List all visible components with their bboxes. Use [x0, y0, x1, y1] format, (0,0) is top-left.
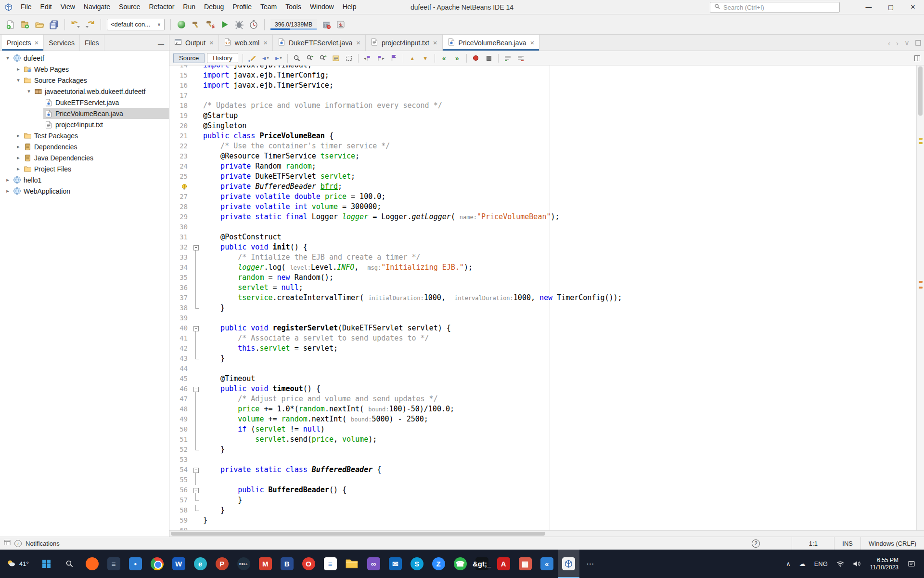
- line-number[interactable]: 39: [169, 313, 192, 323]
- panel-tab-projects[interactable]: Projects×: [2, 35, 44, 51]
- close-tab-icon[interactable]: ×: [530, 39, 534, 47]
- code-line[interactable]: 49 volume += random.nextInt( bound:5000)…: [169, 414, 916, 424]
- taskbar-app-skype[interactable]: S: [406, 550, 428, 578]
- code-line[interactable]: 45 @Timeout: [169, 374, 916, 384]
- back-button[interactable]: ◄▾: [259, 53, 271, 64]
- close-button[interactable]: ✕: [902, 0, 924, 14]
- line-number[interactable]: 36: [169, 283, 192, 293]
- line-number[interactable]: 18: [169, 101, 192, 111]
- error-stripe-mark[interactable]: [919, 281, 923, 283]
- taskbar-app-opera[interactable]: O: [298, 550, 320, 578]
- taskbar-app-file-explorer[interactable]: [341, 550, 363, 578]
- code-line[interactable]: 35 random = new Random();: [169, 273, 916, 283]
- line-number[interactable]: 43: [169, 354, 192, 364]
- code-line[interactable]: 44: [169, 364, 916, 374]
- menu-navigate[interactable]: Navigate: [79, 0, 115, 14]
- line-number[interactable]: 32: [169, 242, 192, 252]
- taskbar-app-outlook[interactable]: ✉: [385, 550, 406, 578]
- code-line[interactable]: 41 /* Associate a servlet to send update…: [169, 333, 916, 343]
- line-number[interactable]: 40: [169, 323, 192, 333]
- taskbar-app-visual-studio[interactable]: ∞: [363, 550, 385, 578]
- code-fold-start-icon[interactable]: [192, 384, 200, 394]
- tree-item-project-files[interactable]: ▸Project Files: [0, 163, 169, 174]
- debug-project-button[interactable]: [232, 18, 246, 31]
- code-line[interactable]: 58 }: [169, 505, 916, 515]
- shift-line-left-button[interactable]: «: [438, 53, 450, 64]
- line-number[interactable]: 48: [169, 404, 192, 414]
- panel-tab-services[interactable]: Services: [44, 35, 80, 51]
- taskbar-app-dell[interactable]: DELL: [233, 550, 255, 578]
- line-number[interactable]: 17: [169, 91, 192, 101]
- caret-position[interactable]: 1:1: [792, 537, 834, 550]
- line-number[interactable]: 50: [169, 424, 192, 434]
- menu-file[interactable]: File: [16, 0, 36, 14]
- line-number[interactable]: 42: [169, 343, 192, 354]
- uncomment-button[interactable]: [515, 53, 526, 64]
- weather-widget[interactable]: 41°: [0, 550, 35, 578]
- menu-window[interactable]: Window: [306, 0, 338, 14]
- vertical-scrollbar-thumb[interactable]: [918, 66, 923, 116]
- editor-tab-pricevolumebean-java[interactable]: PriceVolumeBean.java×: [443, 35, 540, 51]
- line-number[interactable]: 38: [169, 303, 192, 313]
- taskbar-app-calculator[interactable]: ≡: [320, 550, 341, 578]
- line-number[interactable]: 20: [169, 121, 192, 131]
- menu-refactor[interactable]: Refactor: [144, 0, 179, 14]
- notification-count-badge[interactable]: 2: [752, 539, 760, 548]
- line-number[interactable]: 35: [169, 273, 192, 283]
- code-editor[interactable]: 14import javax.ejb.Timeout;15import java…: [169, 66, 924, 530]
- tree-item-source-packages[interactable]: ▾Source Packages: [0, 75, 169, 86]
- close-tab-icon[interactable]: ×: [263, 39, 268, 47]
- expand-arrow-icon[interactable]: ▸: [4, 188, 12, 194]
- error-stripe-mark[interactable]: [919, 138, 923, 140]
- code-line[interactable]: 31 @PostConstruct: [169, 232, 916, 242]
- code-line[interactable]: 29 private static final Logger logger = …: [169, 212, 916, 222]
- menu-run[interactable]: Run: [179, 0, 200, 14]
- code-line[interactable]: 54 private static class BufferedBeader {: [169, 465, 916, 475]
- close-tab-icon[interactable]: ×: [356, 39, 360, 47]
- history-view-button[interactable]: History: [207, 53, 238, 63]
- line-ending-indicator[interactable]: Windows (CRLF): [860, 537, 924, 550]
- code-line[interactable]: 30: [169, 222, 916, 232]
- line-number[interactable]: 58: [169, 505, 192, 515]
- previous-bookmark-button[interactable]: ◂: [362, 53, 373, 64]
- code-line[interactable]: 53: [169, 455, 916, 465]
- new-project-button[interactable]: [18, 18, 32, 31]
- tree-item-web-pages[interactable]: ▸Web Pages: [0, 64, 169, 75]
- code-line[interactable]: 60: [169, 525, 916, 530]
- code-line[interactable]: 51 servlet.send(price, volume);: [169, 434, 916, 445]
- line-number[interactable]: 57: [169, 495, 192, 505]
- expand-arrow-icon[interactable]: ▸: [4, 177, 12, 183]
- taskbar-app-photos-grid[interactable]: ▦: [514, 550, 536, 578]
- code-line[interactable]: 19@Startup: [169, 111, 916, 121]
- line-number[interactable]: 49: [169, 414, 192, 424]
- expand-arrow-icon[interactable]: ▸: [14, 166, 22, 172]
- build-project-button[interactable]: [189, 18, 203, 31]
- line-number[interactable]: 28: [169, 202, 192, 212]
- taskbar-app-whatsapp[interactable]: ☎: [449, 550, 471, 578]
- editor-tab-web-xml[interactable]: web.xml×: [219, 35, 273, 51]
- tree-item-pricevolumebean-java[interactable]: PriceVolumeBean.java: [0, 108, 169, 119]
- line-number[interactable]: 23: [169, 151, 192, 161]
- error-stripe-mark[interactable]: [919, 142, 923, 144]
- line-number[interactable]: 37: [169, 293, 192, 303]
- code-fold-start-icon[interactable]: [192, 465, 200, 475]
- volume-icon[interactable]: [848, 550, 865, 578]
- code-line[interactable]: 52 }: [169, 445, 916, 455]
- garbage-collect-button[interactable]: [320, 18, 333, 31]
- code-line[interactable]: 32 public void init() {: [169, 242, 916, 252]
- redo-button[interactable]: [83, 18, 97, 31]
- code-line[interactable]: 20@Singleton: [169, 121, 916, 131]
- expand-arrow-icon[interactable]: ▾: [25, 88, 33, 94]
- taskbar-app-chrome[interactable]: [146, 550, 168, 578]
- toggle-bookmark-button[interactable]: [388, 53, 399, 64]
- clean-build-project-button[interactable]: [204, 18, 217, 31]
- scroll-tabs-left-icon[interactable]: ‹: [888, 39, 890, 47]
- code-line[interactable]: 25 private DukeETFServlet servlet;: [169, 171, 916, 182]
- taskbar-app-notepad[interactable]: ≡: [103, 550, 125, 578]
- line-number[interactable]: 24: [169, 161, 192, 171]
- forward-button[interactable]: ►▾: [272, 53, 284, 64]
- opened-documents-list-icon[interactable]: ∨: [904, 39, 910, 47]
- start-macro-recording-button[interactable]: [470, 53, 482, 64]
- line-number[interactable]: 51: [169, 434, 192, 445]
- open-project-button[interactable]: [33, 18, 46, 31]
